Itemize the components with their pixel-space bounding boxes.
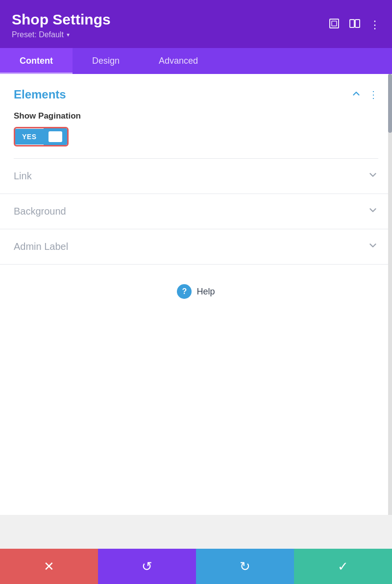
header-icons: ⋮ — [328, 18, 380, 32]
save-button[interactable]: ✓ — [294, 549, 392, 584]
tab-advanced[interactable]: Advanced — [139, 48, 218, 74]
undo-button[interactable]: ↺ — [98, 549, 196, 584]
elements-section: Elements ⋮ Show Pagination YES — [0, 74, 392, 159]
toggle-knob — [49, 131, 62, 142]
redo-icon: ↻ — [240, 559, 250, 574]
toggle-handle — [44, 128, 67, 145]
link-section: Link — [0, 159, 392, 194]
footer-toolbar: ✕ ↺ ↻ ✓ — [0, 549, 392, 584]
preset-label: Preset: Default — [12, 30, 64, 39]
header: Shop Settings Preset: Default ▾ ⋮ — [0, 0, 392, 48]
background-chevron-icon — [368, 205, 378, 218]
collapse-icon[interactable] — [351, 88, 362, 101]
svg-rect-2 — [350, 20, 354, 27]
header-left: Shop Settings Preset: Default ▾ — [12, 11, 111, 39]
save-icon: ✓ — [338, 559, 348, 574]
redo-button[interactable]: ↻ — [196, 549, 294, 584]
section-controls: ⋮ — [351, 88, 378, 101]
tab-design[interactable]: Design — [73, 48, 139, 74]
tab-content[interactable]: Content — [0, 48, 73, 74]
scrollbar-thumb[interactable] — [388, 74, 392, 133]
cancel-button[interactable]: ✕ — [0, 549, 98, 584]
section-title: Elements — [14, 88, 66, 101]
background-section: Background — [0, 194, 392, 229]
tabs-bar: Content Design Advanced — [0, 48, 392, 74]
scrollbar-track[interactable] — [388, 74, 392, 515]
background-section-header[interactable]: Background — [14, 194, 378, 229]
admin-label-section-title: Admin Label — [14, 241, 68, 252]
main-content: Elements ⋮ Show Pagination YES Link — [0, 74, 392, 515]
preset-arrow-icon: ▾ — [67, 31, 70, 38]
cancel-icon: ✕ — [44, 559, 54, 574]
more-options-icon[interactable]: ⋮ — [368, 89, 378, 100]
admin-label-section-header[interactable]: Admin Label — [14, 229, 378, 264]
svg-rect-3 — [355, 20, 360, 27]
help-section: ? Help — [0, 265, 392, 318]
help-label: Help — [196, 287, 215, 297]
show-pagination-label: Show Pagination — [14, 111, 378, 121]
more-icon[interactable]: ⋮ — [369, 19, 380, 31]
frame-icon[interactable] — [328, 18, 340, 32]
link-section-header[interactable]: Link — [14, 159, 378, 194]
help-icon[interactable]: ? — [177, 284, 192, 299]
link-chevron-icon — [368, 170, 378, 183]
toggle-yes-label: YES — [15, 129, 44, 145]
svg-rect-0 — [330, 19, 339, 28]
svg-rect-1 — [332, 21, 337, 26]
background-section-title: Background — [14, 206, 66, 217]
show-pagination-toggle[interactable]: YES — [14, 127, 69, 146]
admin-label-chevron-icon — [368, 240, 378, 253]
section-header: Elements ⋮ — [14, 88, 378, 101]
columns-icon[interactable] — [349, 18, 361, 32]
preset-selector[interactable]: Preset: Default ▾ — [12, 30, 111, 39]
link-section-title: Link — [14, 170, 32, 182]
admin-label-section: Admin Label — [0, 229, 392, 265]
undo-icon: ↺ — [142, 559, 152, 574]
page-title: Shop Settings — [12, 11, 111, 28]
